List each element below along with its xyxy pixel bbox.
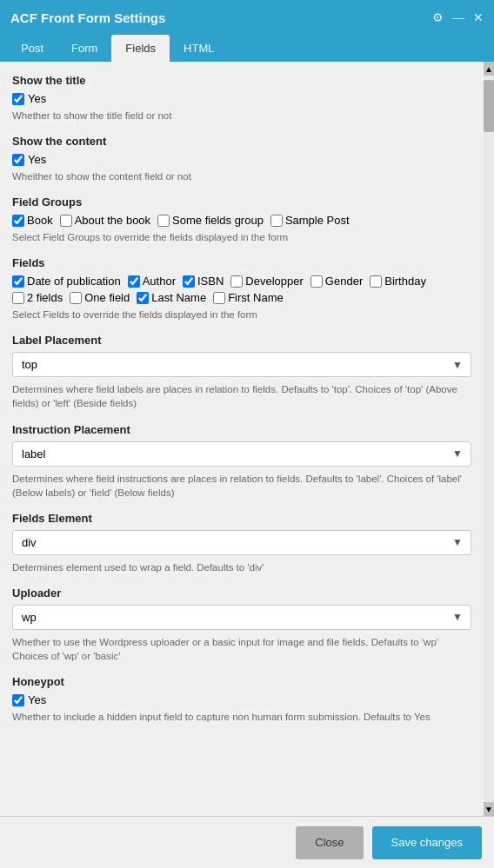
footer: Close Save changes: [0, 816, 494, 868]
show-title-checkbox-label[interactable]: Yes: [12, 92, 46, 105]
field-group-book[interactable]: Book: [12, 214, 53, 227]
close-icon[interactable]: ✕: [473, 10, 484, 24]
tab-post[interactable]: Post: [7, 35, 57, 62]
honeypot-checkbox-row: Yes: [12, 693, 471, 706]
field-last-name-label: Last Name: [151, 291, 206, 304]
field-group-sample-post[interactable]: Sample Post: [270, 214, 350, 227]
show-title-section: Show the title Yes Whether to show the t…: [12, 74, 471, 123]
field-date-of-publication-checkbox[interactable]: [12, 275, 24, 288]
tab-html[interactable]: HTML: [170, 35, 228, 62]
field-first-name[interactable]: First Name: [213, 291, 284, 304]
honeypot-hint: Whether to include a hidden input field …: [12, 710, 471, 724]
fields-element-select[interactable]: div span p: [12, 530, 471, 555]
field-birthday[interactable]: Birthday: [370, 275, 426, 288]
minimize-icon[interactable]: —: [452, 10, 464, 24]
instruction-placement-label: Instruction Placement: [12, 423, 471, 436]
show-content-yes-label: Yes: [28, 153, 46, 166]
fields-element-dropdown-row: div span p ▼: [12, 530, 471, 555]
field-date-of-publication-label: Date of publication: [27, 275, 121, 288]
window-controls: ⚙ — ✕: [432, 10, 484, 24]
field-one-field[interactable]: One field: [70, 291, 130, 304]
main-content: Show the title Yes Whether to show the t…: [0, 62, 484, 816]
field-one-field-label: One field: [84, 291, 130, 304]
fields-options: Date of publication Author ISBN Developp…: [12, 275, 471, 304]
label-placement-select[interactable]: top left: [12, 352, 471, 377]
field-group-book-label: Book: [27, 214, 53, 227]
label-placement-hint: Determines where field labels are places…: [12, 382, 471, 410]
show-content-label: Show the content: [12, 135, 471, 148]
field-gender-checkbox[interactable]: [310, 275, 323, 288]
show-title-hint: Whether to show the title field or not: [12, 109, 471, 123]
field-last-name[interactable]: Last Name: [137, 291, 206, 304]
field-group-about-the-book-checkbox[interactable]: [60, 215, 72, 227]
label-placement-dropdown-row: top left ▼: [12, 352, 471, 377]
field-gender[interactable]: Gender: [310, 275, 363, 288]
save-changes-button[interactable]: Save changes: [372, 826, 482, 859]
uploader-select[interactable]: wp basic: [12, 605, 471, 630]
titlebar: ACF Front Form Settings ⚙ — ✕: [0, 0, 494, 35]
field-groups-options: Book About the book Some fields group Sa…: [12, 214, 471, 227]
uploader-label: Uploader: [12, 586, 471, 600]
instruction-placement-hint: Determines where field instructions are …: [12, 472, 471, 500]
uploader-section: Uploader wp basic ▼ Whether to use the W…: [12, 586, 471, 663]
fields-element-label: Fields Element: [12, 512, 471, 525]
field-gender-label: Gender: [325, 275, 363, 288]
field-developper-checkbox[interactable]: [230, 275, 243, 288]
field-group-about-the-book[interactable]: About the book: [60, 214, 150, 227]
field-groups-section: Field Groups Book About the book Some fi…: [12, 195, 471, 244]
field-developper[interactable]: Developper: [230, 275, 304, 288]
instruction-placement-select[interactable]: label field: [12, 441, 471, 467]
scrollbar-up-button[interactable]: ▲: [484, 62, 494, 76]
scrollbar[interactable]: ▲ ▼: [484, 62, 494, 816]
field-group-sample-post-checkbox[interactable]: [270, 215, 283, 227]
field-last-name-checkbox[interactable]: [137, 292, 149, 304]
field-groups-label: Field Groups: [12, 195, 471, 209]
field-date-of-publication[interactable]: Date of publication: [12, 275, 121, 288]
field-2-fields-checkbox[interactable]: [12, 292, 24, 304]
show-title-label: Show the title: [12, 74, 471, 87]
gear-icon[interactable]: ⚙: [432, 10, 444, 24]
show-content-section: Show the content Yes Wheither to show th…: [12, 135, 471, 183]
field-author-checkbox[interactable]: [128, 275, 140, 288]
show-title-checkbox[interactable]: [12, 93, 24, 105]
honeypot-checkbox[interactable]: [12, 694, 24, 706]
fields-hint: Select Fields to override the fields dis…: [12, 308, 471, 321]
fields-element-hint: Determines element used to wrap a field.…: [12, 560, 471, 574]
label-placement-label: Label Placement: [12, 334, 471, 347]
field-developper-label: Developper: [245, 275, 304, 288]
field-one-field-checkbox[interactable]: [70, 292, 82, 304]
label-placement-section: Label Placement top left ▼ Determines wh…: [12, 334, 471, 410]
field-group-some-fields-checkbox[interactable]: [157, 215, 170, 227]
tab-form[interactable]: Form: [57, 35, 111, 62]
fields-label: Fields: [12, 256, 471, 269]
field-first-name-checkbox[interactable]: [213, 292, 225, 304]
field-birthday-checkbox[interactable]: [370, 275, 382, 288]
honeypot-section: Honeypot Yes Whether to include a hidden…: [12, 675, 471, 724]
show-title-checkbox-row: Yes: [12, 92, 471, 105]
scrollbar-down-button[interactable]: ▼: [484, 802, 494, 816]
close-button[interactable]: Close: [296, 826, 363, 859]
instruction-placement-dropdown-row: label field ▼: [12, 441, 471, 467]
field-author-label: Author: [143, 275, 176, 288]
field-isbn-checkbox[interactable]: [183, 275, 195, 288]
field-group-some-fields[interactable]: Some fields group: [157, 214, 264, 227]
field-author[interactable]: Author: [128, 275, 176, 288]
field-isbn[interactable]: ISBN: [183, 275, 224, 288]
scrollbar-track: [484, 76, 494, 802]
fields-element-section: Fields Element div span p ▼ Determines e…: [12, 512, 471, 574]
field-group-about-the-book-label: About the book: [75, 214, 150, 227]
field-2-fields[interactable]: 2 fields: [12, 291, 63, 304]
show-title-yes-label: Yes: [28, 92, 46, 105]
tab-fields[interactable]: Fields: [111, 35, 170, 62]
show-content-checkbox-label[interactable]: Yes: [12, 153, 46, 166]
show-content-checkbox[interactable]: [12, 154, 24, 166]
honeypot-checkbox-label[interactable]: Yes: [12, 693, 46, 706]
field-group-book-checkbox[interactable]: [12, 215, 24, 227]
field-first-name-label: First Name: [228, 291, 284, 304]
scrollbar-thumb[interactable]: [484, 80, 494, 132]
fields-section: Fields Date of publication Author ISBN D…: [12, 256, 471, 321]
tab-bar: Post Form Fields HTML: [0, 35, 494, 62]
honeypot-yes-label: Yes: [28, 693, 46, 706]
show-content-hint: Wheither to show the content field or no…: [12, 169, 471, 183]
field-groups-hint: Select Field Groups to override the fiel…: [12, 230, 471, 244]
